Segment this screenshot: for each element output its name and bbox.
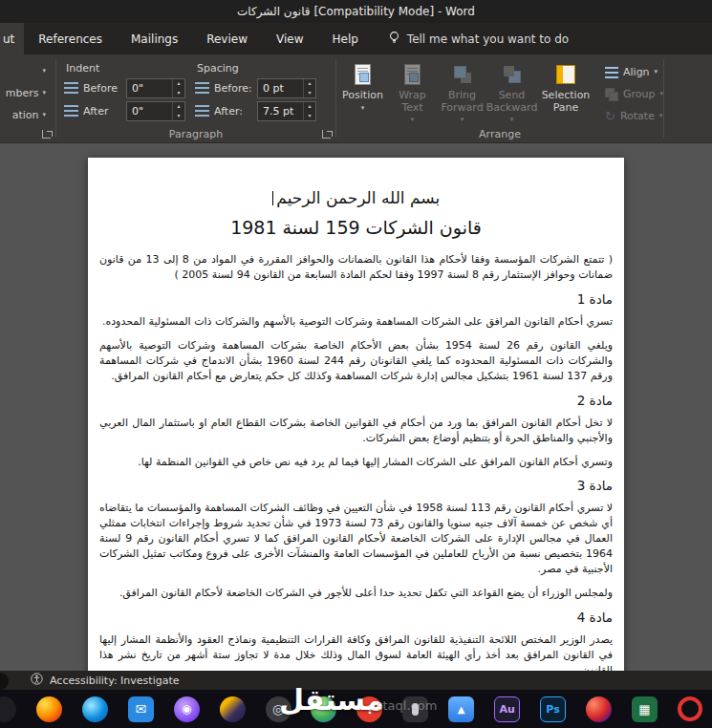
chevron-down-icon: ▾	[655, 69, 658, 75]
chevron-down-icon: ▾	[361, 105, 365, 112]
tab-view[interactable]: View	[262, 23, 317, 54]
paragraph-group-label: Paragraph	[56, 128, 335, 140]
chevron-down-icon: ▾	[660, 91, 664, 97]
page[interactable]: بسم الله الرحمن الرحيمقانون الشركات 159 …	[88, 158, 624, 671]
eclipse-icon[interactable]	[220, 696, 246, 722]
camera-icon[interactable]: ◎	[266, 696, 291, 722]
status-cut-icon	[0, 673, 9, 690]
chevron-down-icon: ▾	[411, 117, 415, 123]
arrange-group-label: Arrange	[336, 128, 663, 140]
wrap-text-button[interactable]: Wrap Text ▾	[390, 60, 435, 125]
indent-after-icon	[64, 105, 78, 117]
align-button[interactable]: Align ▾	[605, 62, 663, 82]
doc-heading[interactable]: قانون الشركات 159 لسنة 1981	[99, 217, 613, 238]
selection-pane-icon	[556, 65, 575, 84]
tell-me-label: Tell me what you want to do	[407, 32, 569, 46]
tab-references[interactable]: References	[24, 23, 117, 54]
tab-review[interactable]: Review	[192, 23, 262, 54]
doc-paragraph[interactable]: تسري أحكام القانون المرافق على الشركات ا…	[99, 314, 613, 330]
doc-heading[interactable]: مادة 1	[99, 291, 613, 307]
spacing-before-icon	[195, 82, 209, 94]
titlebar: قانون الشركات [Compatibility Mode] - Wor…	[0, 0, 712, 23]
doc-paragraph[interactable]: لا تسري أحكام القانون رقم 113 لسنة 1958 …	[99, 501, 613, 577]
spacing-label: Spacing	[191, 60, 332, 76]
word-window: قانون الشركات [Compatibility Mode] - Wor…	[0, 0, 712, 728]
doc-paragraph[interactable]: يصدر الوزير المختص اللائحة التنفيذية للق…	[99, 632, 613, 671]
spinner-arrows[interactable]: ▴▾	[303, 79, 315, 97]
cut-app-icon[interactable]	[0, 696, 16, 722]
spacing-after-input[interactable]: 7.5 pt ▴▾	[257, 101, 316, 121]
chevron-down-icon: ▾	[659, 113, 663, 119]
audition-icon[interactable]: Au	[494, 696, 520, 722]
tell-me-box[interactable]: Tell me what you want to do	[388, 23, 569, 54]
indent-after-input[interactable]: 0" ▴▾	[126, 101, 185, 121]
selection-pane-button[interactable]: Selection Pane	[539, 60, 593, 116]
ribbon-tab-list: utReferencesMailingsReviewViewHelp	[0, 23, 373, 54]
doc-paragraph[interactable]: ويلغي القانون رقم 26 لسنة 1954 بشأن بعض …	[99, 338, 613, 384]
spacing-after-icon	[195, 105, 209, 117]
chevron-down-icon: ▾	[42, 112, 46, 118]
clipped-control[interactable]: ▾	[4, 60, 52, 82]
doc-paragraph[interactable]: ( تتمتع الشركات المؤسسة وفقا لأحكام هذا …	[99, 252, 613, 283]
opera-icon[interactable]	[678, 696, 702, 721]
doc-heading[interactable]: مادة 3	[99, 478, 613, 493]
group-objects-icon	[605, 88, 618, 101]
taskbar: ✉◉◎!▲AuPs▦	[0, 690, 712, 728]
spinner-arrows[interactable]: ▴▾	[303, 102, 315, 120]
mail-icon[interactable]: ✉	[128, 696, 154, 722]
group-separator	[663, 59, 664, 138]
indent-after-label: After	[83, 105, 121, 118]
position-button[interactable]: Position ▾	[340, 60, 385, 114]
dialog-launcher-icon[interactable]	[42, 130, 51, 139]
edge-icon[interactable]	[82, 696, 108, 722]
wrap-text-icon	[404, 64, 421, 85]
paragraph-group: Indent Before 0" ▴▾ After 0"	[56, 54, 335, 142]
alert-icon[interactable]: !	[356, 696, 382, 722]
spinner-arrows[interactable]: ▴▾	[172, 102, 184, 120]
podcast-icon[interactable]: ◉	[174, 696, 200, 722]
firefox-icon[interactable]	[36, 696, 62, 722]
clipped-hyphenation-item[interactable]: ation ▾	[4, 104, 52, 126]
indent-before-label: Before	[83, 82, 121, 95]
spacing-before-label: Before:	[214, 82, 252, 95]
doc-heading[interactable]: مادة 2	[99, 393, 613, 408]
doc-paragraph[interactable]: وتسري أحكام القانون المرافق على الشركات …	[99, 455, 613, 470]
accessibility-status[interactable]: Accessibility: Investigate	[50, 674, 180, 687]
spacing-before-input[interactable]: 0 pt ▴▾	[257, 78, 316, 98]
clipped-page-setup-group: ▾ mbers ▾ ation ▾	[0, 54, 55, 142]
indent-before-input[interactable]: 0" ▴▾	[126, 78, 185, 98]
group-button[interactable]: Group ▾	[605, 84, 663, 104]
document-canvas: بسم الله الرحمن الرحيمقانون الشركات 159 …	[0, 143, 712, 671]
clipped-line-numbers-item[interactable]: mbers ▾	[4, 82, 52, 104]
paragraph-dialog-launcher-icon[interactable]	[322, 130, 331, 139]
window-title: قانون الشركات [Compatibility Mode] - Wor…	[237, 5, 475, 18]
arrange-group: Position ▾ Wrap Text ▾ Bring Forward ▾ S…	[336, 54, 663, 142]
align-icon	[605, 67, 618, 78]
spreadsheet-icon[interactable]: ▦	[632, 696, 658, 722]
doc-paragraph[interactable]: ولمجلس الوزراء أن يضع القواعد التي تكفل …	[99, 586, 613, 601]
status-bar: Accessibility: Investigate	[0, 671, 712, 690]
doc-heading[interactable]: بسم الله الرحمن الرحيم	[99, 188, 613, 207]
spinner-arrows[interactable]: ▴▾	[172, 79, 184, 97]
browser-swirl-icon[interactable]	[586, 696, 612, 722]
ribbon: ▾ mbers ▾ ation ▾ Indent Before	[0, 54, 712, 143]
ribbon-tab-row: utReferencesMailingsReviewViewHelp Tell …	[0, 23, 712, 54]
rotate-icon: ↻	[605, 110, 615, 122]
send-backward-button[interactable]: Send Backward ▾	[489, 60, 534, 125]
indent-before-icon	[64, 82, 78, 94]
globe-icon[interactable]	[311, 696, 336, 722]
photoshop-icon[interactable]: Ps	[540, 696, 566, 722]
microphone-icon[interactable]	[402, 696, 428, 722]
tab-help[interactable]: Help	[318, 23, 373, 54]
bring-forward-button[interactable]: Bring Forward ▾	[440, 60, 485, 125]
rotate-button[interactable]: ↻ Rotate ▾	[605, 106, 663, 126]
send-backward-icon	[503, 65, 522, 84]
spacing-after-label: After:	[214, 105, 252, 118]
tab-layout-cut[interactable]: ut	[0, 23, 24, 54]
position-icon	[355, 64, 371, 85]
doc-paragraph[interactable]: لا تخل أحكام القانون المرافق بما ورد من …	[99, 416, 613, 446]
photos-icon[interactable]: ▲	[448, 696, 474, 722]
doc-heading[interactable]: مادة 4	[99, 610, 613, 625]
tab-mailings[interactable]: Mailings	[117, 23, 192, 54]
bring-forward-icon	[453, 65, 472, 84]
